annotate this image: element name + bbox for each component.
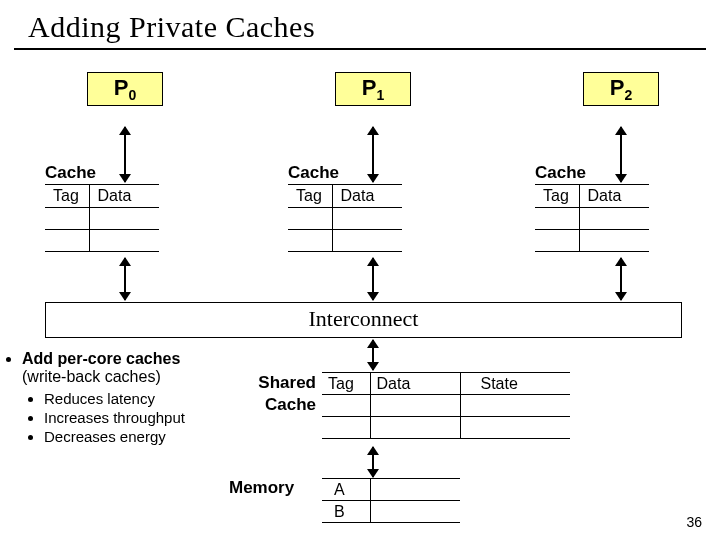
shared-row2-data [370, 417, 460, 439]
slide-number: 36 [686, 514, 702, 530]
p0-label: P [114, 75, 129, 100]
shared-label-line2: Cache [265, 395, 316, 414]
shared-cache-table: Tag Data State [322, 372, 570, 439]
cache0-row1-tag [45, 208, 89, 230]
cache1-row1-data [332, 208, 402, 230]
arrow-interconnect-shared [372, 340, 374, 370]
cache1-row2-data [332, 230, 402, 252]
shared-row1-data [370, 395, 460, 417]
arrow-p1-cache [372, 127, 374, 182]
cache1-row1-tag [288, 208, 332, 230]
cache2-tag-header: Tag [535, 185, 579, 208]
bullet-1-sub: (write-back caches) [22, 368, 161, 385]
cache2-row1-data [579, 208, 649, 230]
p0-sub: 0 [128, 87, 136, 103]
cache2-row2-data [579, 230, 649, 252]
cache0-row1-data [89, 208, 159, 230]
cache-table-1: TagData [288, 184, 402, 252]
arrow-p0-cache [124, 127, 126, 182]
cache2-data-header: Data [579, 185, 649, 208]
cache0-row2-data [89, 230, 159, 252]
arrow-cache1-interconnect [372, 258, 374, 300]
cache2-row1-tag [535, 208, 579, 230]
shared-row1-state [460, 395, 570, 417]
memory-rowB-key: B [322, 501, 370, 523]
cache1-row2-tag [288, 230, 332, 252]
p2-sub: 2 [624, 87, 632, 103]
cache-table-0: TagData [45, 184, 159, 252]
p1-label: P [362, 75, 377, 100]
cache-label-0: Cache [45, 163, 96, 183]
title-rule [14, 48, 706, 50]
memory-rowA-key: A [322, 479, 370, 501]
shared-tag-header: Tag [322, 373, 370, 395]
cache1-tag-header: Tag [288, 185, 332, 208]
arrow-shared-memory [372, 447, 374, 477]
shared-row1-tag [322, 395, 370, 417]
cache0-data-header: Data [89, 185, 159, 208]
shared-data-header: Data [370, 373, 460, 395]
cache0-row2-tag [45, 230, 89, 252]
p1-sub: 1 [376, 87, 384, 103]
arrow-cache2-interconnect [620, 258, 622, 300]
p2-label: P [610, 75, 625, 100]
cache1-data-header: Data [332, 185, 402, 208]
cache2-row2-tag [535, 230, 579, 252]
memory-table: A B [322, 478, 460, 523]
shared-label-line1: Shared [258, 373, 316, 392]
cache-label-2: Cache [535, 163, 586, 183]
memory-rowA-val [370, 479, 460, 501]
cache-table-2: TagData [535, 184, 649, 252]
processor-p0: P0 [87, 72, 163, 106]
arrow-cache0-interconnect [124, 258, 126, 300]
shared-row2-tag [322, 417, 370, 439]
bullet-1-bold: Add per-core caches [22, 350, 180, 367]
memory-label: Memory [229, 478, 294, 498]
processor-p1: P1 [335, 72, 411, 106]
shared-state-header: State [460, 373, 570, 395]
subbullet-3: Decreases energy [44, 428, 304, 445]
shared-cache-label: Shared Cache [236, 372, 316, 416]
shared-row2-state [460, 417, 570, 439]
slide-title: Adding Private Caches [0, 0, 720, 48]
arrow-p2-cache [620, 127, 622, 182]
memory-rowB-val [370, 501, 460, 523]
processor-p2: P2 [583, 72, 659, 106]
interconnect-box: Interconnect [45, 302, 682, 338]
cache-label-1: Cache [288, 163, 339, 183]
processor-row: P0 P1 P2 [0, 72, 720, 122]
cache0-tag-header: Tag [45, 185, 89, 208]
